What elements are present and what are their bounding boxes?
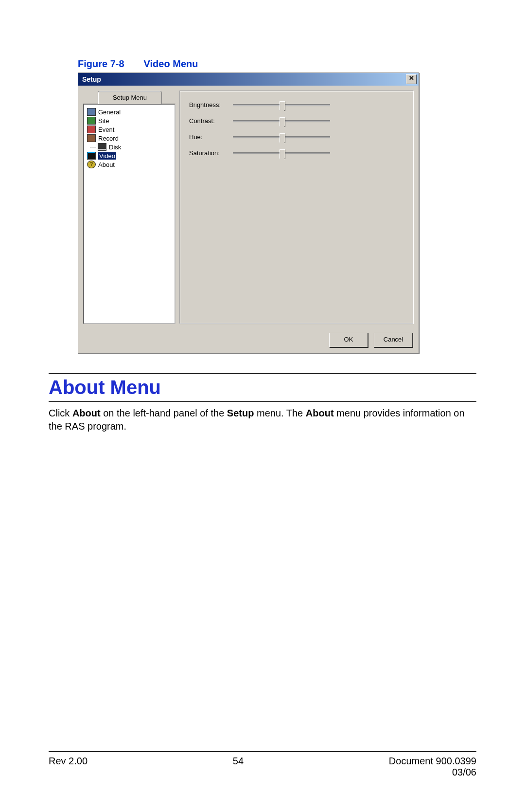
tree-item-label: Event bbox=[98, 126, 114, 133]
slider-label: Contrast: bbox=[189, 117, 233, 125]
globe-icon bbox=[87, 117, 96, 125]
bold-text: About bbox=[72, 408, 101, 418]
document-page: Figure 7-8Video Menu Setup ✕ Setup Menu … bbox=[0, 0, 525, 812]
footer-page: 54 bbox=[233, 756, 244, 778]
slider-thumb[interactable] bbox=[280, 101, 285, 111]
section-divider bbox=[49, 401, 476, 402]
footer-date: 03/06 bbox=[452, 767, 476, 777]
disk-icon bbox=[98, 143, 106, 151]
tree-item-disk[interactable]: Disk bbox=[97, 143, 173, 151]
tree-item-label: Disk bbox=[109, 144, 121, 151]
help-icon: ? bbox=[87, 161, 96, 168]
setup-dialog: Setup ✕ Setup Menu GeneralSiteEventRecor… bbox=[78, 72, 419, 354]
page-footer: Rev 2.00 54 Document 900.0399 03/06 bbox=[49, 751, 476, 778]
slider-thumb[interactable] bbox=[280, 117, 285, 127]
slider-track[interactable] bbox=[233, 104, 330, 106]
body-paragraph: Click About on the left-hand panel of th… bbox=[49, 407, 476, 433]
tree-item-general[interactable]: General bbox=[86, 108, 173, 116]
bell-icon bbox=[87, 126, 96, 133]
tree-item-label: Video bbox=[98, 152, 116, 160]
tree-item-video[interactable]: Video bbox=[86, 151, 173, 160]
close-icon[interactable]: ✕ bbox=[406, 74, 417, 84]
slider-row: Brightness: bbox=[189, 101, 404, 108]
dialog-button-row: OK Cancel bbox=[78, 329, 419, 353]
section-divider bbox=[49, 373, 476, 374]
tree-item-label: General bbox=[98, 108, 121, 116]
figure-label: Figure 7-8 bbox=[78, 58, 124, 69]
text: Click bbox=[49, 408, 72, 418]
slider-label: Brightness: bbox=[189, 101, 233, 108]
cancel-button[interactable]: Cancel bbox=[374, 333, 413, 347]
dialog-titlebar[interactable]: Setup ✕ bbox=[78, 73, 419, 86]
left-panel: Setup Menu GeneralSiteEventRecordDiskVid… bbox=[83, 90, 175, 324]
slider-row: Contrast: bbox=[189, 117, 404, 125]
tree-item-record[interactable]: Record bbox=[86, 134, 173, 143]
monitor-icon bbox=[87, 152, 96, 160]
text: menu. The bbox=[254, 408, 305, 418]
nav-tree: GeneralSiteEventRecordDiskVideo?About bbox=[83, 104, 175, 324]
video-settings-panel: Brightness:Contrast:Hue:Saturation: bbox=[179, 90, 414, 324]
figure-caption: Figure 7-8Video Menu bbox=[78, 58, 476, 70]
slider-label: Hue: bbox=[189, 133, 233, 141]
slider-row: Hue: bbox=[189, 133, 404, 141]
slider-thumb[interactable] bbox=[280, 133, 285, 143]
tree-item-event[interactable]: Event bbox=[86, 125, 173, 134]
section-heading: About Menu bbox=[49, 377, 476, 398]
text: on the left-hand panel of the bbox=[101, 408, 227, 418]
bold-text: About bbox=[306, 408, 334, 418]
slider-track[interactable] bbox=[233, 136, 330, 138]
setup-menu-tab[interactable]: Setup Menu bbox=[98, 91, 162, 104]
slider-label: Saturation: bbox=[189, 149, 233, 157]
bold-text: Setup bbox=[227, 408, 254, 418]
tree-item-about[interactable]: ?About bbox=[86, 160, 173, 169]
footer-right: Document 900.0399 03/06 bbox=[389, 756, 476, 778]
slider-track[interactable] bbox=[233, 152, 330, 154]
footer-doc: Document 900.0399 bbox=[389, 756, 476, 766]
figure-title: Video Menu bbox=[144, 58, 198, 69]
slider-row: Saturation: bbox=[189, 149, 404, 157]
card-icon bbox=[87, 108, 96, 116]
tree-item-label: Site bbox=[98, 117, 109, 125]
slider-thumb[interactable] bbox=[280, 149, 285, 159]
ok-button[interactable]: OK bbox=[329, 333, 368, 347]
tree-item-label: Record bbox=[98, 135, 119, 142]
footer-rev: Rev 2.00 bbox=[49, 756, 88, 778]
footer-divider bbox=[49, 751, 476, 752]
tree-item-label: About bbox=[98, 161, 115, 168]
dialog-title: Setup bbox=[82, 75, 101, 83]
record-icon bbox=[87, 134, 96, 142]
tree-item-site[interactable]: Site bbox=[86, 116, 173, 125]
dialog-body: Setup Menu GeneralSiteEventRecordDiskVid… bbox=[78, 86, 419, 329]
slider-track[interactable] bbox=[233, 120, 330, 122]
